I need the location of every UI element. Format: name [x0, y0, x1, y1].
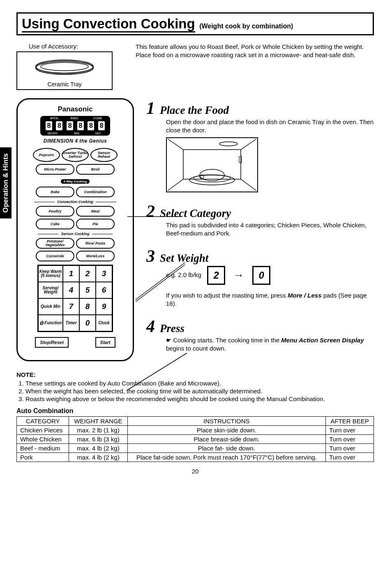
pie-button[interactable]: Pie	[76, 219, 115, 229]
num-4[interactable]: 4	[63, 282, 79, 298]
clock-button[interactable]: Clock	[96, 315, 112, 331]
cake-button[interactable]: Cake	[36, 219, 74, 229]
brand-label: Panasonic	[22, 105, 129, 113]
quick-min-button[interactable]: Quick Min	[38, 298, 63, 315]
auto-combo-table: CATEGORY WEIGHT RANGE INSTRUCTIONS AFTER…	[16, 416, 374, 462]
note-1: These settings are cooked by Auto Combin…	[25, 380, 374, 387]
weight-digit-2: 0	[252, 266, 270, 285]
more-less-button[interactable]: More/Less	[76, 251, 115, 261]
function-button[interactable]: ⏻ Function	[38, 315, 63, 331]
notes-section: NOTE: These settings are cooked by Auto …	[16, 371, 374, 462]
tray-caption: Ceramic Tray	[17, 81, 112, 88]
table-row: Chicken Piecesmax. 2 lb (1 kg)Place skin…	[17, 426, 374, 435]
svg-rect-10	[239, 156, 242, 163]
combination-button[interactable]: Combination	[76, 187, 115, 197]
svg-point-9	[219, 142, 238, 146]
step-3-title: Set Weight	[160, 252, 208, 265]
potatoes-veg-button[interactable]: Potatoes/ Vegetables	[36, 238, 74, 249]
display-screen: BROIL BAKE COMB 888 888 MICRO MIN SEC	[40, 116, 110, 136]
title-box: Using Convection Cooking (Weight cook by…	[16, 12, 374, 35]
step-1-title: Place the Food	[160, 104, 229, 117]
step-2-title: Select Category	[160, 207, 231, 220]
dimension-label: DIMENSION 4 the Genius	[22, 138, 129, 144]
broil-button[interactable]: Broil	[76, 164, 115, 175]
table-row: Whole Chickenmax. 6 lb (3 kg)Place breas…	[17, 435, 374, 444]
stop-reset-button[interactable]: Stop/Reset	[35, 337, 68, 348]
svg-point-0	[36, 61, 93, 74]
num-3[interactable]: 3	[96, 265, 112, 282]
num-5[interactable]: 5	[79, 282, 96, 298]
intro-line-1: This feature allows you to Roast Beef, P…	[136, 43, 374, 51]
convection-section-label: Convection Cooking	[22, 200, 129, 204]
casserole-button[interactable]: Casserole	[36, 251, 74, 261]
page-number: 20	[16, 468, 374, 475]
ceramic-tray-illustration: Ceramic Tray	[16, 51, 113, 90]
popcorn-button[interactable]: Popcorn	[33, 148, 60, 162]
meat-button[interactable]: Meat	[76, 206, 115, 217]
note-2: When the weight has been selected, the c…	[25, 388, 374, 395]
oven-illustration	[166, 137, 258, 192]
intro-text: This feature allows you to Roast Beef, P…	[136, 43, 374, 90]
svg-point-2	[41, 62, 88, 71]
table-row: Porkmax. 4 lb (2 kg)Place fat-side sown.…	[17, 453, 374, 462]
num-7[interactable]: 7	[63, 298, 79, 315]
num-6[interactable]: 6	[96, 282, 112, 298]
svg-point-1	[36, 60, 93, 73]
accessory-label: Use of Accessory:	[29, 43, 123, 50]
poultry-button[interactable]: Poultry	[36, 206, 74, 217]
intro-line-2: Place food on a microwave roasting rack …	[136, 51, 374, 59]
step-4-num: 4	[146, 316, 155, 336]
arrow-icon: →	[233, 268, 244, 282]
step-2-num: 2	[146, 201, 155, 221]
num-1[interactable]: 1	[63, 265, 79, 282]
step-1-body: Open the door and place the food in dish…	[166, 118, 374, 134]
sensor-reheat-button[interactable]: Sensor Reheat	[90, 148, 118, 162]
inverter-defrost-button[interactable]: Inverter Turbo Defrost	[62, 148, 89, 162]
steps-column: 1 Place the Food Open the door and place…	[146, 98, 374, 361]
keep-warm-button[interactable]: Keep Warm (5 menus)	[38, 265, 63, 282]
bake-button[interactable]: Bake	[36, 187, 74, 197]
title-sub: (Weight cook by combination)	[199, 23, 293, 30]
keypad: Keep Warm (5 menus) 1 2 3 Serving/ Weigh…	[37, 265, 113, 332]
num-0[interactable]: 0	[79, 315, 96, 331]
step-4-title: Press	[160, 322, 184, 335]
step-1-num: 1	[146, 98, 155, 118]
num-9[interactable]: 9	[96, 298, 112, 315]
num-2[interactable]: 2	[79, 265, 96, 282]
title-main: Using Convection Cooking	[22, 16, 195, 32]
rice-pasta-button[interactable]: Rice/ Pasta	[76, 238, 115, 249]
timer-button[interactable]: Timer	[63, 315, 79, 331]
4way-label: 4 Way Cooking	[61, 179, 89, 184]
auto-combo-title: Auto Combination	[16, 407, 374, 415]
num-8[interactable]: 8	[79, 298, 96, 315]
note-3: Roasts weighing above or below the recom…	[25, 395, 374, 402]
step-3-eg: e.g. 2.0 lb/kg	[166, 271, 201, 278]
tray-icon	[32, 55, 97, 76]
serving-weight-button[interactable]: Serving/ Weight	[38, 282, 63, 298]
sensor-section-label: Sensor Cooking	[22, 232, 129, 236]
microwave-panel: Panasonic BROIL BAKE COMB 888 888 MICRO …	[16, 98, 134, 361]
start-button[interactable]: Start	[95, 337, 115, 348]
step-3-num: 3	[146, 246, 155, 266]
step-2-body: This pad is subdivided into 4 categories…	[166, 221, 374, 237]
notes-title: NOTE:	[16, 371, 374, 378]
table-row: Beef - mediummax. 4 lb (2 kg)Place fat- …	[17, 444, 374, 453]
side-tab: Operation & Hints	[0, 148, 12, 219]
micro-power-button[interactable]: Micro Power	[36, 164, 74, 175]
weight-digit-1: 2	[207, 266, 225, 285]
